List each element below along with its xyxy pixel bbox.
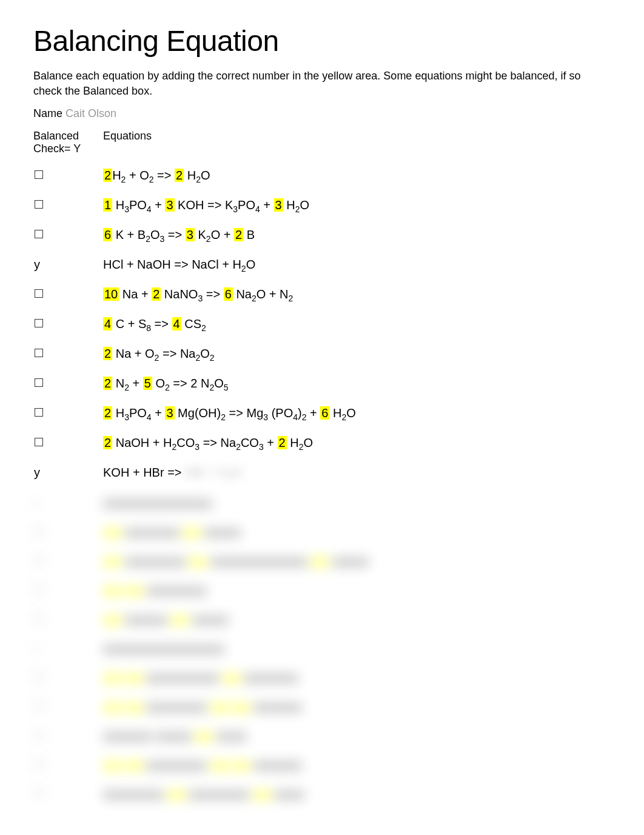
coefficient-input[interactable]: 1 [103,198,112,212]
balanced-check-cell[interactable] [33,191,103,221]
coefficient-input[interactable]: 6 [103,228,112,241]
checkbox-icon[interactable] [35,230,43,238]
equation-row: 2 H3PO4 + 3 Mg(OH)2 => Mg3 (PO4)2 + 6 H2… [33,399,611,429]
equation-row: 4 C + S8 => 4 CS2 [33,310,611,340]
coefficient-input[interactable]: 2 [103,347,112,360]
balanced-check-cell[interactable] [33,280,103,310]
equation-cell: 2H2 + O2 => 2 H2O [103,161,611,191]
equation-cell: HCl + NaOH => NaCl + H2O [103,250,611,280]
blurred-row [33,517,611,546]
blurred-row [33,575,611,605]
blurred-row [33,692,611,721]
coefficient-input[interactable]: 3 [274,198,283,212]
equations-table: Balanced Check= Y Equations 2H2 + O2 => … [33,130,611,808]
checkbox-icon[interactable] [35,200,43,209]
coefficient-input[interactable]: 2 [175,169,184,182]
blurred-row [33,721,611,750]
blurred-row [33,779,611,808]
coefficient-input[interactable]: 4 [172,317,181,330]
blurred-row [33,750,611,779]
equation-cell: KOH + HBr => KBr + H2O [103,458,611,488]
equation-row: 2H2 + O2 => 2 H2O [33,161,611,191]
blurred-row: ● [33,634,611,663]
blurred-content: KBr + H2O [185,463,242,483]
checkbox-icon[interactable] [35,378,43,387]
coefficient-input[interactable]: 3 [165,406,174,420]
checkbox-icon[interactable] [35,438,43,446]
blurred-row [33,605,611,634]
checkbox-icon[interactable] [35,408,43,417]
coefficient-input[interactable]: 2 [103,169,112,182]
balanced-check-cell[interactable] [33,340,103,369]
checkbox-icon[interactable] [35,289,43,298]
balanced-check-cell[interactable] [33,221,103,250]
coefficient-input[interactable]: 2 [234,228,243,241]
name-value[interactable]: Cait Olson [65,107,116,119]
balanced-check-cell[interactable] [33,310,103,340]
blurred-row [33,663,611,692]
checkbox-icon[interactable] [35,349,43,357]
equation-row: y KOH + HBr => KBr + H2O [33,458,611,488]
coefficient-input[interactable]: 2 [152,287,161,301]
equation-cell: 2 Na + O2 => Na2O2 [103,340,611,369]
equation-cell: 10 Na + 2 NaNO3 => 6 Na2O + N2 [103,280,611,310]
coefficient-input[interactable]: 6 [224,287,233,301]
equation-cell: 6 K + B2O3 => 3 K2O + 2 B [103,221,611,250]
name-label: Name [33,107,62,119]
name-row: Name Cait Olson [33,107,611,120]
instructions-text: Balance each equation by adding the corr… [33,69,611,99]
balanced-check-cell[interactable]: y [33,458,103,488]
equation-cell: 2 NaOH + H2CO3 => Na2CO3 + 2 H2O [103,429,611,458]
header-equations: Equations [103,130,611,161]
header-balanced: Balanced Check= Y [33,130,103,161]
coefficient-input[interactable]: 10 [103,287,119,301]
equation-row: 2 NaOH + H2CO3 => Na2CO3 + 2 H2O [33,429,611,458]
coefficient-input[interactable]: 4 [103,317,112,330]
equation-cell: 1 H3PO4 + 3 KOH => K3PO4 + 3 H2O [103,191,611,221]
balanced-check-cell[interactable] [33,369,103,399]
equation-row: 6 K + B2O3 => 3 K2O + 2 B [33,221,611,250]
equation-row: 2 Na + O2 => Na2O2 [33,340,611,369]
equation-row: 1 H3PO4 + 3 KOH => K3PO4 + 3 H2O [33,191,611,221]
coefficient-input[interactable]: 2 [278,436,287,449]
page-title: Balancing Equation [33,24,611,58]
coefficient-input[interactable]: 2 [103,436,112,449]
blurred-row: ● [33,488,611,517]
checkbox-icon[interactable] [35,170,43,179]
checkbox-icon[interactable] [35,319,43,327]
coefficient-input[interactable]: 3 [186,228,195,241]
coefficient-input[interactable]: 6 [320,406,329,420]
balanced-y-mark: y [33,258,40,271]
equation-row: 2 N2 + 5 O2 => 2 N2O5 [33,369,611,399]
equation-row: 10 Na + 2 NaNO3 => 6 Na2O + N2 [33,280,611,310]
coefficient-input[interactable]: 5 [143,377,152,390]
coefficient-input[interactable]: 3 [165,198,174,212]
equation-cell: 2 N2 + 5 O2 => 2 N2O5 [103,369,611,399]
coefficient-input[interactable]: 2 [103,406,112,420]
balanced-check-cell[interactable] [33,429,103,458]
equation-cell: 2 H3PO4 + 3 Mg(OH)2 => Mg3 (PO4)2 + 6 H2… [103,399,611,429]
equation-row: yHCl + NaOH => NaCl + H2O [33,250,611,280]
balanced-check-cell[interactable]: y [33,250,103,280]
equation-cell: 4 C + S8 => 4 CS2 [103,310,611,340]
coefficient-input[interactable]: 2 [103,377,112,390]
balanced-check-cell[interactable] [33,399,103,429]
balanced-check-cell[interactable] [33,161,103,191]
balanced-y-mark: y [33,466,40,479]
blurred-row [33,546,611,575]
